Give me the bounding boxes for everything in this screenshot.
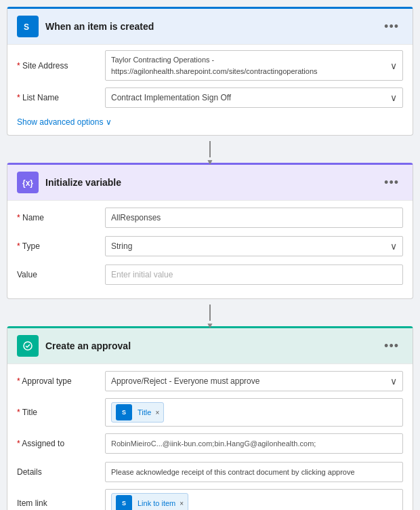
list-name-row: List Name Contract Implementation Sign O… — [17, 86, 403, 109]
connector-2 — [7, 299, 413, 326]
chevron-down-icon: ∨ — [106, 117, 112, 127]
site-address-label: Site Address — [17, 61, 105, 71]
sharepoint-trigger-card: S When an item is created ••• Site Addre… — [7, 7, 413, 136]
details-label: Details — [17, 467, 105, 477]
var-name-row: Name AllResponses — [17, 206, 403, 229]
sharepoint-trigger-body: Site Address Taylor Contracting Operatio… — [7, 45, 413, 135]
variable-header: {x} Initialize variable ••• — [7, 165, 413, 201]
site-address-row: Site Address Taylor Contracting Operatio… — [17, 50, 403, 81]
create-approval-card: Create an approval ••• Approval type App… — [7, 326, 413, 510]
arrow-line-2 — [209, 305, 211, 321]
variable-icon: {x} — [17, 172, 39, 193]
title-chip-remove[interactable]: × — [155, 409, 159, 416]
connector-1 — [7, 136, 413, 163]
var-value-label: Value — [17, 270, 105, 279]
var-name-value[interactable]: AllResponses — [105, 208, 403, 228]
item-link-value[interactable]: S Link to item × — [105, 489, 403, 510]
sharepoint-trigger-header: S When an item is created ••• — [7, 9, 413, 45]
approval-body: Approval type Approve/Reject - Everyone … — [7, 364, 413, 510]
var-type-value[interactable]: String ∨ — [105, 236, 403, 256]
link-to-item-chip[interactable]: S Link to item × — [111, 493, 188, 510]
title-chip[interactable]: S Title × — [111, 402, 164, 423]
list-name-dropdown-icon: ∨ — [390, 92, 397, 103]
approval-type-value[interactable]: Approve/Reject - Everyone must approve ∨ — [105, 371, 403, 391]
sp-chip-icon: S — [116, 404, 132, 420]
sharepoint-trigger-menu[interactable]: ••• — [380, 18, 403, 35]
approval-title-value[interactable]: S Title × — [105, 398, 403, 427]
svg-text:S: S — [24, 22, 29, 32]
site-address-value[interactable]: Taylor Contracting Operations - https://… — [105, 50, 403, 81]
arrow-line-1 — [209, 141, 211, 157]
var-value-row: Value Enter initial value — [17, 263, 403, 286]
sharepoint-icon: S — [17, 16, 39, 37]
link-chip-remove[interactable]: × — [180, 500, 184, 507]
var-type-row: Type String ∨ — [17, 235, 403, 258]
assigned-to-row: Assigned to RobinMieiroC...@iink-bun.com… — [17, 432, 403, 455]
site-address-text: Taylor Contracting Operations - https://… — [111, 54, 318, 77]
details-row: Details Please acknowledge receipt of th… — [17, 460, 403, 484]
assigned-to-label: Assigned to — [17, 439, 105, 448]
assigned-to-value[interactable]: RobinMieiroC...@iink-bun.com;bin.HangG@a… — [105, 433, 403, 454]
approval-title: Create an approval — [45, 340, 380, 351]
approval-type-row: Approval type Approve/Reject - Everyone … — [17, 370, 403, 393]
variable-title: Initialize variable — [45, 177, 380, 188]
item-link-label: Item link — [17, 498, 105, 508]
initialize-variable-card: {x} Initialize variable ••• Name AllResp… — [7, 163, 413, 299]
sp-link-chip-icon: S — [116, 495, 132, 510]
var-type-label: Type — [17, 241, 105, 251]
list-name-label: List Name — [17, 93, 105, 102]
show-advanced-options-sharepoint[interactable]: Show advanced options ∨ — [17, 115, 403, 128]
approval-type-dropdown-icon: ∨ — [390, 376, 397, 387]
list-name-value[interactable]: Contract Implementation Sign Off ∨ — [105, 87, 403, 108]
var-name-label: Name — [17, 213, 105, 222]
var-value-input[interactable]: Enter initial value — [105, 264, 403, 285]
site-address-dropdown-icon: ∨ — [390, 60, 397, 71]
variable-body: Name AllResponses Type String ∨ Value En… — [7, 201, 413, 298]
variable-menu[interactable]: ••• — [380, 174, 403, 191]
approval-type-label: Approval type — [17, 376, 105, 386]
item-link-row: Item link S Link to item × — [17, 489, 403, 510]
approval-menu[interactable]: ••• — [380, 338, 403, 355]
var-type-dropdown-icon: ∨ — [390, 241, 397, 252]
approval-title-label: Title — [17, 408, 105, 417]
details-value[interactable]: Please acknowledge receipt of this contr… — [105, 462, 403, 482]
approval-title-row: Title S Title × — [17, 398, 403, 427]
sharepoint-trigger-title: When an item is created — [45, 21, 380, 32]
approval-header: Create an approval ••• — [7, 328, 413, 364]
svg-text:{x}: {x} — [22, 178, 33, 188]
approval-icon — [17, 335, 39, 357]
